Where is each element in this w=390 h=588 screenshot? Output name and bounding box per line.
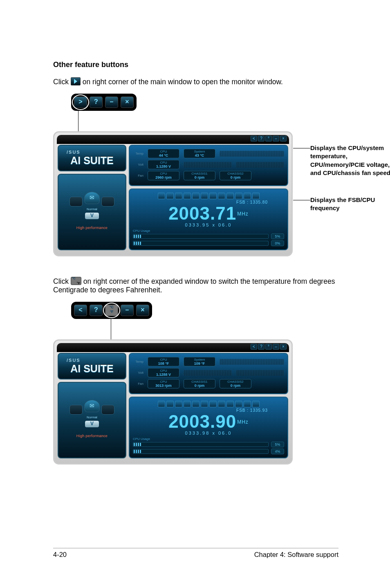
cpu-usage-bar-2: 0% [133, 240, 284, 246]
window-titlebar: < ? ° – × [57, 135, 289, 144]
callout-connector [78, 110, 78, 134]
frequency-panel: FSB : 1335.93 2003.90MHz 0333.98 x 06.0 … [129, 397, 288, 458]
mode-normal-label: Normal [87, 415, 97, 419]
paragraph-1: Click on right corner of the main window… [53, 77, 337, 86]
toolbar-1: > ? – × [71, 94, 137, 111]
p1-text-b: on right corner of the main window to op… [83, 78, 283, 86]
cpu-temp-chip: CPU 44 °C [148, 149, 179, 158]
brand-suite: AI SUITE [61, 155, 123, 166]
chip-value: 3013 rpm [155, 384, 172, 388]
chip-title: CHASSIS2 [227, 172, 244, 175]
titlebar-unit-button[interactable]: ° [265, 136, 272, 141]
section-title: Other feature buttons [53, 61, 337, 69]
mode-left-button[interactable] [69, 197, 83, 206]
titlebar-collapse-button[interactable]: < [251, 136, 257, 141]
cpu-freq-value: 2003.71MHz [133, 204, 284, 222]
mode-left-button[interactable] [69, 405, 83, 415]
chip-title: CPU [160, 380, 167, 384]
cpu-volt-chip: CPU 1.1288 V [148, 368, 179, 377]
chip-value: 0 rpm [195, 384, 205, 388]
unit-switch-button[interactable]: °C°F [105, 305, 118, 316]
cpu-usage-bar-2: 4% [133, 449, 284, 454]
sidebar: /SUS AI SUITE ✉ Normal V High performanc… [58, 353, 126, 458]
p2-text-a: Click [53, 277, 71, 285]
perf-label: High performance [76, 434, 108, 438]
usage-value: 5% [271, 233, 284, 239]
freq-blocks-icon [133, 193, 284, 199]
callout-text: Displays the FSB/CPU frequency [310, 196, 375, 211]
titlebar-minimize-button[interactable]: – [273, 136, 279, 141]
cpu-usage-bar-1: 5% [133, 233, 284, 239]
help-button[interactable]: ? [90, 305, 103, 316]
toolbar-2: < ? °C°F – × [71, 302, 152, 319]
titlebar-unit-button[interactable]: ° [265, 344, 272, 350]
titlebar-collapse-button[interactable]: < [251, 344, 257, 350]
chip-value: 43 °C [195, 153, 204, 157]
cpu-freq-value: 2003.90MHz [133, 413, 284, 431]
page-footer: 4-20 Chapter 4: Software support [53, 548, 338, 559]
paragraph-2: Click on right corner of the expanded wi… [53, 277, 337, 294]
row-label-fan: Fan [133, 174, 143, 177]
mode-right-button[interactable] [101, 197, 114, 206]
expand-icon [71, 77, 81, 85]
cpu-usage-label: CPU Usage [133, 229, 284, 233]
close-button[interactable]: × [136, 305, 149, 316]
mode-v-button[interactable]: V [85, 213, 99, 219]
chip-value: 44 °C [159, 153, 168, 157]
chip-title: CPU [160, 150, 167, 153]
chip-title: System [194, 358, 205, 361]
titlebar-minimize-button[interactable]: – [273, 344, 279, 350]
callout-text: Displays the CPU/system temperature, CPU… [310, 144, 390, 176]
chip-value: 108 °F [158, 361, 169, 366]
help-button[interactable]: ? [90, 97, 103, 108]
bars-icon [236, 370, 284, 376]
readings-panel: Temp CPU 44 °C System 43 °C [129, 145, 288, 186]
ai-suite-window-2: < ? ° – × /SUS AI SUITE ✉ [53, 339, 293, 465]
collapse-button[interactable]: < [74, 305, 87, 316]
chip-title: CPU [160, 369, 167, 373]
titlebar-help-button[interactable]: ? [258, 136, 264, 141]
mode-card: ✉ Normal V High performance [58, 382, 126, 458]
chassis2-fan-chip: CHASSIS2 0 rpm [220, 379, 251, 388]
chip-value: 0 rpm [231, 384, 241, 388]
close-button[interactable]: × [121, 97, 134, 108]
mode-center-button[interactable]: ✉ [84, 192, 100, 204]
ai-suite-window-1: < ? ° – × /SUS AI SUITE ✉ [53, 131, 293, 256]
expand-button[interactable]: > [74, 97, 87, 108]
bars-icon [220, 359, 284, 365]
freq-number: 2003.71 [168, 203, 236, 223]
usage-value: 5% [271, 442, 284, 447]
row-label-volt: Volt [133, 163, 143, 166]
figure-2: < ? °C°F – × < ? ° – × /SUS [71, 302, 337, 465]
perf-label: High performance [76, 226, 108, 230]
cpu-fan-chip: CPU 3013 rpm [148, 379, 179, 388]
brand-asus: /SUS [61, 358, 123, 363]
p2-text-b: on right corner of the expanded window t… [53, 277, 335, 294]
freq-blocks-icon [133, 401, 284, 407]
row-label-fan: Fan [133, 382, 143, 386]
titlebar-close-button[interactable]: × [280, 136, 287, 141]
callout-freq: Displays the FSB/CPU frequency [310, 196, 390, 213]
brand-asus: /SUS [61, 150, 123, 155]
titlebar-help-button[interactable]: ? [258, 344, 264, 350]
titlebar-close-button[interactable]: × [280, 344, 287, 350]
unit-switch-icon [71, 277, 81, 285]
minimize-button[interactable]: – [121, 305, 134, 316]
mode-center-button[interactable]: ✉ [84, 400, 100, 412]
readings-panel: Temp CPU 108 °F System 109 °F [129, 353, 288, 394]
page-number: 4-20 [53, 551, 67, 559]
mode-v-button[interactable]: V [85, 421, 99, 427]
chip-title: CHASSIS1 [191, 172, 208, 175]
bars-icon [184, 370, 232, 376]
mode-right-button[interactable] [101, 405, 114, 415]
chip-value: 1.1288 V [156, 373, 171, 377]
brand-card: /SUS AI SUITE [58, 145, 126, 171]
bars-icon [220, 151, 284, 157]
freq-multiplier: 0333.98 x 06.0 [133, 431, 284, 435]
cpu-fan-chip: CPU 2960 rpm [148, 171, 179, 180]
usage-value: 0% [271, 240, 284, 246]
cpu-volt-chip: CPU 1.1280 V [148, 160, 179, 169]
mode-card: ✉ Normal V High performance [58, 174, 126, 250]
chassis1-fan-chip: CHASSIS1 0 rpm [184, 171, 215, 180]
minimize-button[interactable]: – [105, 97, 118, 108]
